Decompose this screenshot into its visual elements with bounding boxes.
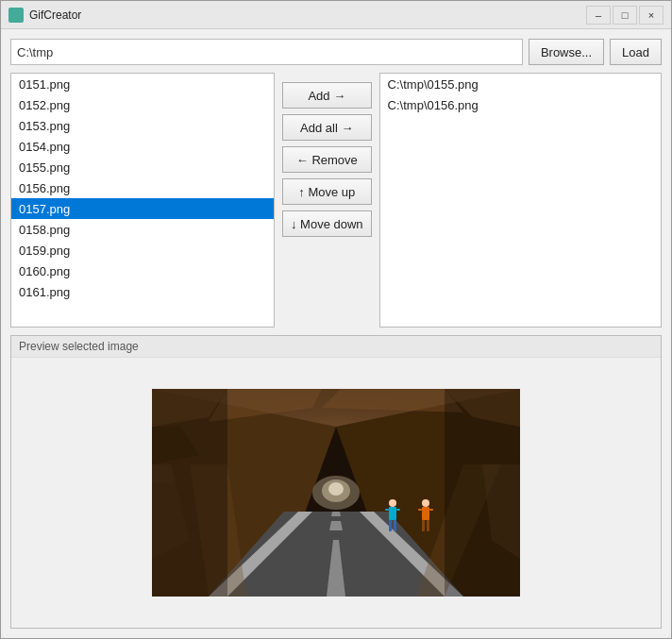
add-all-button[interactable]: Add all → [282, 114, 372, 141]
content-area: Browse... Load 0151.png0152.png0153.png0… [1, 29, 671, 638]
added-list-container: C:\tmp\0155.pngC:\tmp\0156.png [379, 73, 662, 328]
title-bar-controls: – □ × [586, 6, 664, 25]
browse-button[interactable]: Browse... [529, 39, 604, 65]
title-bar-text: GifCreator [29, 8, 586, 22]
maximize-button[interactable]: □ [613, 6, 637, 25]
svg-marker-8 [329, 521, 343, 530]
path-input[interactable] [10, 39, 523, 65]
svg-point-32 [422, 499, 429, 507]
middle-buttons: Add → Add all → ← Remove ↑ Move up ↓ Mov… [282, 73, 372, 328]
file-list-item[interactable]: 0158.png [11, 219, 274, 240]
file-list-item[interactable]: 0156.png [11, 177, 274, 198]
svg-rect-27 [389, 520, 392, 531]
path-row: Browse... Load [10, 39, 662, 65]
minimize-button[interactable]: – [586, 6, 611, 25]
file-list-item[interactable]: 0155.png [11, 157, 274, 177]
svg-rect-30 [396, 509, 400, 511]
move-down-button[interactable]: ↓ Move down [282, 210, 372, 237]
remove-button[interactable]: ← Remove [282, 146, 372, 173]
svg-rect-28 [394, 520, 396, 531]
svg-point-14 [328, 482, 344, 496]
move-up-button[interactable]: ↑ Move up [282, 178, 372, 205]
file-list-item[interactable]: 0153.png [11, 115, 274, 136]
svg-rect-36 [429, 509, 433, 511]
file-list-item[interactable]: 0157.png [11, 198, 274, 219]
svg-rect-37 [152, 389, 227, 597]
main-panel: 0151.png0152.png0153.png0154.png0155.png… [10, 73, 662, 328]
file-list-item[interactable]: 0159.png [11, 240, 274, 261]
file-list-item[interactable]: 0151.png [11, 74, 274, 94]
svg-rect-33 [422, 520, 425, 531]
file-list-item[interactable]: 0161.png [11, 281, 274, 302]
svg-rect-29 [385, 509, 389, 511]
svg-marker-9 [331, 512, 341, 516]
title-bar: GifCreator – □ × [1, 1, 671, 29]
svg-rect-34 [427, 520, 429, 531]
svg-rect-31 [422, 507, 429, 520]
svg-rect-38 [445, 389, 520, 597]
add-button[interactable]: Add → [282, 82, 372, 109]
svg-rect-25 [389, 507, 396, 520]
app-icon [8, 8, 24, 23]
file-list-item[interactable]: 0152.png [11, 94, 274, 115]
svg-rect-35 [418, 509, 422, 511]
added-list-item: C:\tmp\0155.png [380, 74, 661, 94]
svg-point-26 [389, 499, 396, 507]
main-window: GifCreator – □ × Browse... Load 0151.png… [0, 0, 672, 639]
preview-image [152, 389, 520, 597]
preview-panel: Preview selected image [10, 335, 662, 629]
added-list-item: C:\tmp\0156.png [380, 94, 661, 115]
file-list-item[interactable]: 0154.png [11, 136, 274, 157]
preview-content [11, 358, 661, 628]
preview-label: Preview selected image [11, 336, 661, 358]
close-button[interactable]: × [639, 6, 664, 25]
file-list[interactable]: 0151.png0152.png0153.png0154.png0155.png… [11, 74, 274, 327]
file-list-container: 0151.png0152.png0153.png0154.png0155.png… [10, 73, 275, 328]
load-button[interactable]: Load [610, 39, 662, 65]
file-list-item[interactable]: 0160.png [11, 261, 274, 281]
